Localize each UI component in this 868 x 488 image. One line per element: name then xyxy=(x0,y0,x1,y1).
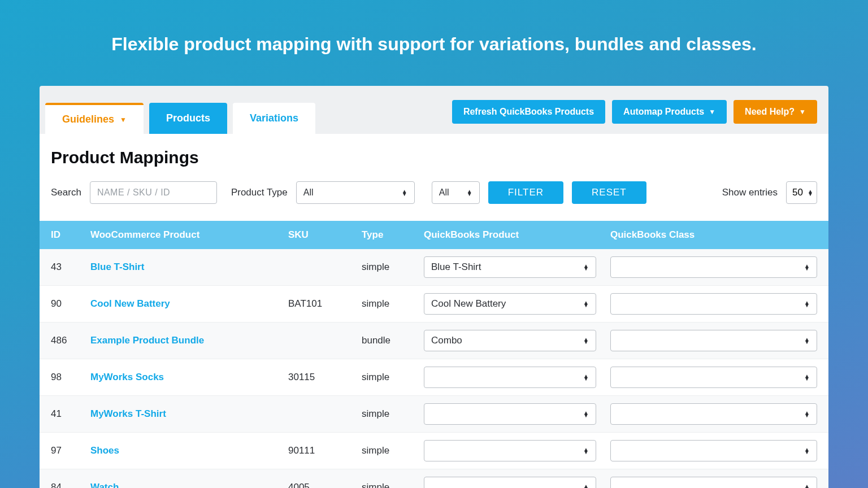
quickbooks-product-select[interactable]: Combo▲▼ xyxy=(424,330,596,351)
show-entries-value: 50 xyxy=(792,187,803,198)
tab-products[interactable]: Products xyxy=(149,103,227,134)
quickbooks-class-select[interactable]: ▲▼ xyxy=(610,477,817,488)
cell-type: simple xyxy=(362,372,424,383)
hero-text: Flexible product mapping with support fo… xyxy=(0,0,868,86)
quickbooks-class-select[interactable]: ▲▼ xyxy=(610,403,817,425)
show-entries-label: Show entries xyxy=(722,187,778,198)
product-link[interactable]: Shoes xyxy=(90,445,119,456)
qb-product-value: Blue T-Shirt xyxy=(431,262,481,273)
cell-type: simple xyxy=(362,298,424,310)
sort-arrows-icon: ▲▼ xyxy=(402,190,407,195)
automap-products-button[interactable]: Automap Products ▼ xyxy=(612,100,727,124)
chevron-down-icon: ▼ xyxy=(799,108,806,116)
quickbooks-product-select[interactable]: Cool New Battery▲▼ xyxy=(424,293,596,315)
table-row: 43Blue T-ShirtsimpleBlue T-Shirt▲▼▲▼ xyxy=(40,249,828,286)
quickbooks-class-select[interactable]: ▲▼ xyxy=(610,440,817,461)
quickbooks-class-select[interactable]: ▲▼ xyxy=(610,293,817,315)
table-body: 43Blue T-ShirtsimpleBlue T-Shirt▲▼▲▼90Co… xyxy=(40,249,828,488)
qb-product-value: Combo xyxy=(431,335,462,346)
cell-id: 43 xyxy=(51,262,90,273)
sort-arrows-icon: ▲▼ xyxy=(804,448,810,454)
cell-type: simple xyxy=(362,262,424,273)
col-type: Type xyxy=(362,229,424,241)
sort-arrows-icon: ▲▼ xyxy=(808,190,813,195)
tab-variations-label: Variations xyxy=(250,112,298,124)
filter-row: Search Product Type All ▲▼ All ▲▼ FILTER… xyxy=(51,181,817,204)
product-link[interactable]: Watch xyxy=(90,482,119,488)
filter-button[interactable]: FILTER xyxy=(488,181,563,204)
product-link[interactable]: Cool New Battery xyxy=(90,298,170,309)
show-entries-select[interactable]: 50 ▲▼ xyxy=(786,181,817,204)
reset-button[interactable]: RESET xyxy=(572,181,646,204)
quickbooks-product-select[interactable]: ▲▼ xyxy=(424,367,596,388)
cell-type: simple xyxy=(362,408,424,420)
quickbooks-product-select[interactable]: ▲▼ xyxy=(424,403,596,425)
sort-arrows-icon: ▲▼ xyxy=(804,374,810,380)
cell-type: simple xyxy=(362,445,424,456)
product-type-label: Product Type xyxy=(231,187,288,198)
product-link[interactable]: Example Product Bundle xyxy=(90,335,204,346)
sort-arrows-icon: ▲▼ xyxy=(804,264,810,270)
sort-arrows-icon: ▲▼ xyxy=(583,374,589,380)
cell-id: 486 xyxy=(51,335,90,346)
tabs: Guidelines ▼ Products Variations xyxy=(45,103,452,134)
product-mappings-table: ID WooCommerce Product SKU Type QuickBoo… xyxy=(40,221,828,488)
chevron-down-icon: ▼ xyxy=(120,116,127,124)
cell-type: simple xyxy=(362,482,424,488)
table-row: 41MyWorks T-Shirtsimple▲▼▲▼ xyxy=(40,396,828,433)
table-header: ID WooCommerce Product SKU Type QuickBoo… xyxy=(40,221,828,249)
quickbooks-product-select[interactable]: ▲▼ xyxy=(424,477,596,488)
cell-id: 90 xyxy=(51,298,90,310)
sort-arrows-icon: ▲▼ xyxy=(467,190,472,195)
cell-id: 97 xyxy=(51,445,90,456)
table-row: 486Example Product BundlebundleCombo▲▼▲▼ xyxy=(40,323,828,359)
sort-arrows-icon: ▲▼ xyxy=(583,411,589,417)
sort-arrows-icon: ▲▼ xyxy=(583,338,589,343)
col-qb-product: QuickBooks Product xyxy=(424,229,610,241)
table-row: 98MyWorks Socks30115simple▲▼▲▼ xyxy=(40,359,828,396)
refresh-products-label: Refresh QuickBooks Products xyxy=(463,107,594,117)
table-row: 84Watch4005simple▲▼▲▼ xyxy=(40,469,828,488)
cell-type: bundle xyxy=(362,335,424,346)
content-area: Product Mappings Search Product Type All… xyxy=(40,134,828,488)
quickbooks-class-select[interactable]: ▲▼ xyxy=(610,367,817,388)
search-input[interactable] xyxy=(90,181,217,204)
quickbooks-class-select[interactable]: ▲▼ xyxy=(610,256,817,278)
search-label: Search xyxy=(51,187,81,198)
tab-guidelines[interactable]: Guidelines ▼ xyxy=(45,103,144,134)
sort-arrows-icon: ▲▼ xyxy=(804,411,810,417)
product-type-select[interactable]: All ▲▼ xyxy=(296,181,415,204)
quickbooks-product-select[interactable]: ▲▼ xyxy=(424,440,596,461)
tab-guidelines-label: Guidelines xyxy=(62,114,114,125)
sort-arrows-icon: ▲▼ xyxy=(583,448,589,454)
product-link[interactable]: Blue T-Shirt xyxy=(90,262,144,272)
quickbooks-class-select[interactable]: ▲▼ xyxy=(610,330,817,351)
sort-arrows-icon: ▲▼ xyxy=(804,338,810,343)
cell-id: 98 xyxy=(51,372,90,383)
need-help-button[interactable]: Need Help? ▼ xyxy=(734,100,817,124)
need-help-label: Need Help? xyxy=(745,107,795,117)
quickbooks-product-select[interactable]: Blue T-Shirt▲▼ xyxy=(424,256,596,278)
sort-arrows-icon: ▲▼ xyxy=(583,301,589,307)
cell-sku: BAT101 xyxy=(288,298,362,310)
col-qb-class: QuickBooks Class xyxy=(610,229,817,241)
chevron-down-icon: ▼ xyxy=(709,108,715,116)
cell-sku: 90111 xyxy=(288,445,362,456)
secondary-filter-select[interactable]: All ▲▼ xyxy=(432,181,480,204)
page-title: Product Mappings xyxy=(51,148,817,167)
tab-products-label: Products xyxy=(166,112,210,124)
action-button-group: Refresh QuickBooks Products Automap Prod… xyxy=(452,100,823,134)
cell-id: 84 xyxy=(51,482,90,488)
tab-variations[interactable]: Variations xyxy=(233,103,315,134)
cell-sku: 30115 xyxy=(288,372,362,383)
product-link[interactable]: MyWorks T-Shirt xyxy=(90,408,166,419)
col-wc-product: WooCommerce Product xyxy=(90,229,288,241)
refresh-products-button[interactable]: Refresh QuickBooks Products xyxy=(452,100,605,124)
sort-arrows-icon: ▲▼ xyxy=(804,301,810,307)
product-type-value: All xyxy=(303,188,314,198)
cell-id: 41 xyxy=(51,408,90,420)
product-link[interactable]: MyWorks Socks xyxy=(90,372,164,382)
col-id: ID xyxy=(51,229,90,241)
secondary-filter-value: All xyxy=(439,188,449,198)
col-sku: SKU xyxy=(288,229,362,241)
